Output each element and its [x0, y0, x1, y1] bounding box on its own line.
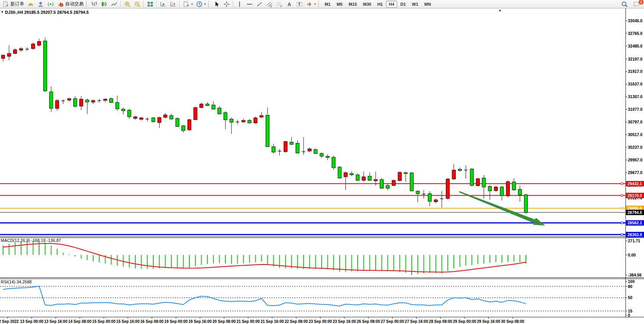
price-tick-label: 30237.0: [628, 145, 642, 150]
toolbar-right: 1: [619, 1, 643, 8]
arrows-button[interactable]: ▾: [304, 1, 317, 8]
hline-handle[interactable]: [621, 222, 623, 224]
tile-windows-button[interactable]: [145, 1, 155, 8]
templates-button[interactable]: ▾: [181, 1, 194, 8]
candles-chart-button[interactable]: [99, 1, 109, 8]
chart-canvas[interactable]: 33045.032765.032485.032197.031917.031637…: [0, 0, 644, 324]
equidistant-channel-button[interactable]: E: [264, 1, 274, 8]
up-candle: [31, 44, 35, 49]
fibonacci-button[interactable]: F: [274, 1, 284, 8]
cursor-group: [212, 0, 232, 8]
rsi-tick-label: 0: [628, 313, 630, 317]
crosshair-button[interactable]: [222, 1, 232, 8]
timeframes-group: M1M5M15M30H1H4D1W1MN: [322, 0, 434, 8]
zoom-in-button[interactable]: [122, 1, 132, 8]
up-candle: [38, 41, 41, 45]
cursor-button[interactable]: [212, 1, 222, 8]
line-chart-button[interactable]: [109, 1, 119, 8]
text-label-button[interactable]: T: [294, 1, 304, 8]
tf-h1-button[interactable]: H1: [375, 1, 385, 8]
price-tick-label: 31077.0: [628, 107, 642, 112]
up-candle: [446, 179, 450, 199]
time-tick-label: 15 Sep 00:00: [92, 319, 116, 324]
arrows-icon: [306, 1, 313, 8]
tf-m1-button[interactable]: M1: [322, 1, 333, 8]
templates-dropdown-icon[interactable]: ▾: [191, 2, 193, 6]
macd-indicator-label: MACD(12,26,9) -168.18 -136.87: [1, 238, 61, 243]
mt4-window: 33045.032765.032485.032197.031917.031637…: [0, 0, 644, 324]
crosshair-icon: [223, 1, 230, 8]
text-button[interactable]: A: [284, 1, 294, 8]
price-tick-label: 32197.0: [628, 57, 642, 61]
up-candle: [260, 115, 263, 117]
down-candle: [410, 173, 414, 191]
toolbar-grip: [318, 1, 320, 7]
up-candle: [194, 108, 197, 120]
chart-shift-marker-icon[interactable]: ▼: [498, 9, 502, 13]
up-candle: [200, 104, 203, 107]
price-tick-label: 31357.0: [628, 94, 642, 99]
rsi-indicator-label: RSI(14) 34.2588: [1, 280, 32, 284]
toolbar-separator: [156, 1, 157, 7]
periods-dropdown-icon[interactable]: ▾: [204, 2, 206, 6]
chart-shift-button[interactable]: [168, 1, 178, 8]
trendline-button[interactable]: [255, 1, 264, 8]
hline-price-label-text: 28303.9: [628, 232, 642, 237]
zoom-out-icon: [134, 1, 141, 8]
down-candle: [182, 126, 185, 131]
down-candle: [386, 186, 389, 188]
hline-handle[interactable]: [621, 183, 623, 184]
up-candle: [79, 99, 83, 106]
rsi-tick-label: 50: [628, 295, 632, 300]
down-candle: [338, 167, 341, 178]
tf-m15-button[interactable]: M15: [346, 1, 360, 8]
periods-button[interactable]: ▾: [194, 1, 207, 8]
hline-handle[interactable]: [621, 207, 623, 209]
scroll-group: [158, 0, 178, 8]
vertical-line-button[interactable]: [235, 1, 245, 8]
hline-handle[interactable]: [621, 194, 623, 196]
time-tick-label: 12 Sep 2022: [0, 319, 19, 324]
time-tick-label: 23 Sep 00:00: [309, 319, 332, 324]
arrows-dropdown-icon[interactable]: ▾: [314, 2, 316, 6]
bars-chart-icon: [91, 1, 98, 8]
accounts-button[interactable]: [36, 1, 46, 8]
down-candle: [404, 173, 407, 173]
notifications-button[interactable]: 1: [632, 1, 642, 8]
up-candle: [362, 177, 365, 180]
tf-w1-button[interactable]: W1: [409, 1, 421, 8]
equidistant-channel-icon: E: [266, 1, 273, 8]
down-candle: [85, 100, 89, 102]
signal-button[interactable]: [46, 1, 56, 8]
down-candle: [320, 153, 323, 156]
time-tick-label: 19 Sep 00:00: [164, 319, 188, 324]
candles-chart-icon: [101, 1, 108, 8]
autotrade-button[interactable]: 自动交易: [56, 1, 85, 8]
tf-m5-button[interactable]: M5: [334, 1, 345, 8]
up-candle: [92, 100, 95, 102]
bars-chart-button[interactable]: [89, 1, 99, 8]
down-candle: [314, 150, 317, 153]
tf-m30-button[interactable]: M30: [360, 1, 374, 8]
search-button[interactable]: [619, 1, 629, 8]
periods-icon: [196, 1, 203, 8]
zoom-in-icon: [124, 1, 131, 8]
time-tick-label: 21 Sep 00:00: [237, 319, 260, 324]
time-tick-label: 20 Sep 08:00: [212, 319, 236, 324]
symbol-dropdown-icon[interactable]: ▼: [1, 10, 4, 14]
toolbar-grip: [86, 1, 88, 7]
auto-scroll-button[interactable]: [158, 1, 168, 8]
zoom-out-button[interactable]: [132, 1, 142, 8]
metals-button[interactable]: [26, 1, 36, 8]
tf-h4-button[interactable]: H4: [386, 1, 397, 8]
up-candle: [13, 50, 17, 54]
chart-background: [0, 8, 644, 324]
down-candle: [524, 195, 528, 212]
toolbar-separator: [179, 1, 180, 7]
up-candle: [158, 118, 161, 123]
new-order-button[interactable]: 新订单: [1, 1, 26, 8]
tf-mn-button[interactable]: MN: [422, 1, 434, 8]
hline-handle[interactable]: [621, 234, 623, 235]
horizontal-line-button[interactable]: [245, 1, 255, 8]
tf-d1-button[interactable]: D1: [398, 1, 409, 8]
